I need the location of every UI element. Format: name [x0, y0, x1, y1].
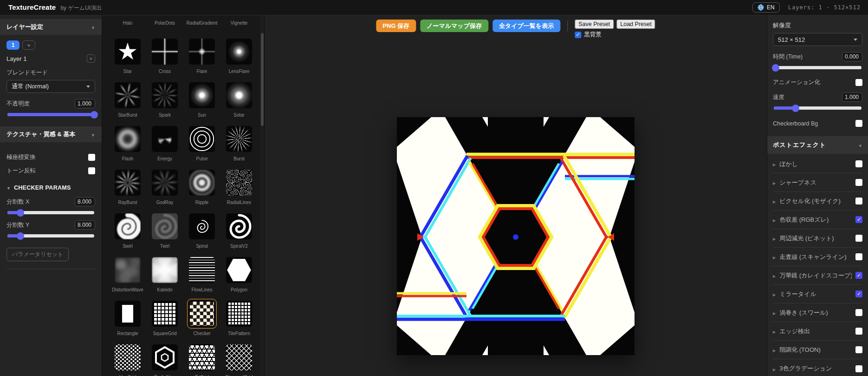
chevron-right-icon[interactable] — [773, 365, 776, 372]
save-preset-button[interactable]: Save Preset — [575, 20, 614, 29]
animate-row[interactable]: アニメーション化 — [773, 79, 862, 86]
texture-item[interactable]: Twirl — [146, 211, 183, 249]
post-effect-checkbox[interactable] — [855, 253, 862, 260]
chevron-right-icon[interactable] — [773, 198, 776, 204]
tone-invert-checkbox[interactable] — [88, 167, 95, 174]
post-effect-swirl[interactable]: 渦巻き (スワール) — [773, 303, 862, 322]
blend-mode-select[interactable]: 通常 (Normal) — [6, 80, 95, 93]
post-effect-checkbox[interactable] — [855, 290, 862, 297]
texture-label[interactable]: PolarDots — [146, 20, 183, 26]
divisions-y-slider[interactable] — [7, 234, 94, 237]
post-effect-checkbox[interactable] — [855, 235, 862, 242]
chevron-right-icon[interactable] — [773, 346, 776, 353]
texture-item[interactable]: TriGrid — [183, 343, 220, 376]
post-effect-checkbox[interactable] — [855, 346, 862, 353]
texture-item[interactable]: SquareGrid — [146, 299, 183, 336]
chevron-right-icon[interactable] — [773, 290, 776, 297]
checker-params-header[interactable]: CHECKER PARAMS — [6, 184, 95, 191]
texture-item[interactable]: Spiral — [183, 211, 220, 249]
texture-item[interactable]: RayBurst — [109, 168, 146, 205]
texture-item-selected[interactable]: Checker — [183, 299, 220, 336]
chevron-right-icon[interactable] — [773, 328, 776, 335]
texture-item[interactable]: Flash — [109, 124, 146, 161]
texture-item[interactable]: Rectangle — [109, 299, 146, 336]
texture-item[interactable]: Cross — [146, 37, 183, 74]
texture-item[interactable]: SpiralV2 — [220, 211, 258, 249]
remove-layer-button[interactable] — [87, 54, 95, 63]
texture-item[interactable]: Sun — [183, 80, 220, 118]
divisions-x-input[interactable]: 8.000 — [75, 197, 95, 206]
time-input[interactable]: 0.000 — [842, 52, 862, 61]
polar-transform-row[interactable]: 極座標変換 — [6, 153, 95, 161]
chevron-right-icon[interactable] — [773, 272, 776, 279]
post-effect-tricolor-gradient[interactable]: 3色グラデーション — [773, 359, 862, 376]
opacity-input[interactable]: 1.000 — [75, 99, 95, 108]
tone-invert-row[interactable]: トーン反転 — [6, 167, 95, 175]
post-effect-checkbox[interactable] — [855, 328, 862, 335]
load-preset-button[interactable]: Load Preset — [616, 20, 655, 29]
texture-item[interactable]: Star — [109, 37, 146, 74]
texture-item[interactable]: RadialHex — [146, 343, 183, 376]
save-normalmap-button[interactable]: ノーマルマップ保存 — [420, 20, 488, 32]
texture-item[interactable]: TilePattern — [220, 299, 258, 336]
post-effect-sharpness[interactable]: シャープネス — [773, 173, 862, 192]
texture-label[interactable]: Vignette — [220, 20, 258, 26]
resolution-select[interactable]: 512 × 512 — [773, 33, 862, 46]
post-effect-checkbox[interactable] — [855, 309, 862, 316]
language-button[interactable]: EN — [752, 2, 780, 13]
texture-item[interactable]: Burst — [220, 124, 258, 161]
texture-item[interactable]: Kaleido — [146, 255, 183, 292]
checkerboard-bg-checkbox[interactable] — [855, 120, 862, 127]
post-effect-kaleidoscope[interactable]: 万華鏡 (カレイドスコープ) — [773, 266, 862, 285]
chevron-right-icon[interactable] — [773, 179, 776, 186]
chevron-right-icon[interactable] — [773, 216, 776, 223]
post-effect-chromatic-aberration[interactable]: 色収差 (RGBズレ) — [773, 211, 862, 229]
time-slider[interactable] — [774, 66, 862, 69]
texture-item[interactable]: Spark — [146, 80, 183, 118]
post-effect-checkbox[interactable] — [855, 272, 862, 279]
post-effect-checkbox[interactable] — [855, 198, 862, 204]
texture-item[interactable]: DistortionWave — [109, 255, 146, 292]
texture-item[interactable]: StarBurst — [109, 80, 146, 118]
post-effect-blur[interactable]: ぼかし — [773, 155, 862, 173]
post-effect-checkbox[interactable] — [855, 365, 862, 372]
post-effect-scanline[interactable]: 走査線 (スキャンライン) — [773, 248, 862, 266]
post-effect-toon[interactable]: 階調化 (TOON) — [773, 341, 862, 359]
post-effect-checkbox[interactable] — [855, 216, 862, 223]
chevron-right-icon[interactable] — [773, 309, 776, 316]
chevron-right-icon[interactable] — [773, 235, 776, 242]
chevron-right-icon[interactable] — [773, 160, 776, 167]
texture-item[interactable]: RadialLines — [220, 168, 258, 205]
speed-input[interactable]: 1.000 — [842, 92, 862, 102]
add-layer-button[interactable] — [22, 40, 35, 50]
post-effect-checkbox[interactable] — [855, 179, 862, 186]
layer-settings-header[interactable]: レイヤー設定 — [0, 19, 102, 35]
post-effect-vignette[interactable]: 周辺減光 (ビネット) — [773, 229, 862, 248]
black-bg-toggle[interactable]: 黒背景 — [575, 31, 655, 39]
checkerboard-bg-row[interactable]: Checkerboard Bg — [773, 120, 862, 127]
texture-item[interactable]: GodRay — [146, 168, 183, 205]
texture-item[interactable]: DiamondGrid — [220, 343, 258, 376]
divisions-x-slider[interactable] — [7, 211, 94, 214]
texture-label[interactable]: Halo — [109, 20, 146, 26]
texture-section-header[interactable]: テクスチャ・質感 & 基本 — [0, 126, 102, 142]
texture-item[interactable]: Flare — [183, 37, 220, 74]
post-effect-mirror-tile[interactable]: ミラータイル — [773, 285, 862, 303]
post-effect-pixelate[interactable]: ピクセル化 (モザイク) — [773, 192, 862, 211]
post-effect-checkbox[interactable] — [855, 160, 862, 167]
gallery-scrollbar[interactable] — [261, 33, 264, 126]
post-effect-edge-detect[interactable]: エッジ検出 — [773, 322, 862, 341]
save-png-button[interactable]: PNG 保存 — [376, 20, 416, 32]
black-bg-checkbox[interactable] — [575, 32, 581, 38]
texture-item[interactable]: Pulse — [183, 124, 220, 161]
texture-item[interactable]: HexGrid — [109, 343, 146, 376]
opacity-slider[interactable] — [7, 113, 94, 116]
texture-item[interactable]: LensFlare — [220, 37, 258, 74]
reset-params-button[interactable]: パラメータリセット — [6, 248, 69, 261]
post-effects-header[interactable]: ポストエフェクト — [767, 136, 868, 154]
texture-item[interactable]: Polygon — [220, 255, 258, 292]
speed-slider[interactable] — [774, 106, 862, 110]
show-all-types-button[interactable]: 全タイプ一覧を表示 — [492, 20, 560, 32]
texture-item[interactable]: Swirl — [109, 211, 146, 249]
divisions-y-input[interactable]: 8.000 — [75, 220, 95, 230]
